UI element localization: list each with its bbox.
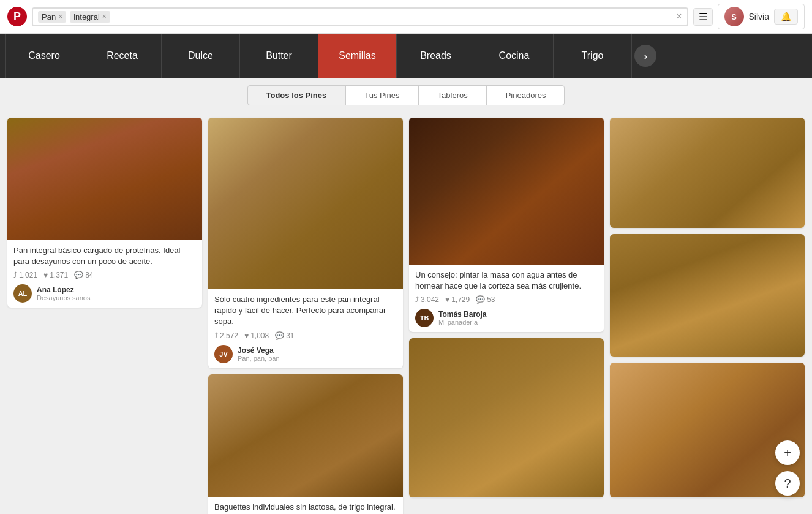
tab-tus-pines[interactable]: Tus Pines	[345, 85, 418, 105]
category-cocina[interactable]: Cocina	[475, 34, 554, 78]
repin-icon: ⤴	[415, 295, 419, 304]
category-trigo[interactable]: Trigo	[554, 34, 632, 78]
pin-user-avatar: JV	[214, 345, 233, 363]
pin-repin-stat: ⤴ 3,042	[415, 295, 439, 304]
tab-todos-label: Todos los Pines	[266, 91, 327, 100]
category-breads-label: Breads	[420, 50, 451, 61]
repin-count: 2,572	[220, 331, 238, 340]
tab-pineadores[interactable]: Pineadores	[487, 85, 565, 105]
pin-image[interactable]	[610, 234, 805, 357]
pin-image[interactable]	[610, 118, 805, 228]
tag-pan-close[interactable]: ×	[58, 13, 62, 20]
pin-comment-stat: 💬 53	[476, 295, 495, 304]
comment-icon: 💬	[74, 271, 83, 279]
pin-description: Pan integral básico cargado de proteínas…	[13, 245, 196, 267]
pin-card	[610, 234, 805, 357]
pin-comment-stat: 💬 84	[74, 271, 93, 279]
heart-icon: ♥	[445, 295, 449, 304]
notification-button[interactable]: 🔔	[774, 9, 798, 25]
pin-user-board: Pan, pan, pan	[238, 355, 280, 362]
pin-comment-stat: 💬 31	[275, 331, 294, 340]
pin-description: Un consejo: pintar la masa con agua ante…	[415, 270, 598, 292]
tag-integral-close[interactable]: ×	[102, 13, 107, 20]
fab-help[interactable]: ?	[775, 471, 800, 496]
repin-count: 1,021	[19, 271, 37, 279]
search-options-button[interactable]: ☰	[693, 8, 713, 26]
pin-image[interactable]	[7, 118, 202, 240]
help-icon: ?	[784, 477, 791, 491]
pin-image[interactable]	[208, 118, 403, 289]
pin-image[interactable]	[409, 338, 604, 497]
user-area[interactable]: S Silvia 🔔	[718, 4, 805, 29]
tag-integral-label: integral	[73, 12, 100, 21]
user-name: Silvia	[749, 12, 769, 21]
pin-body: Sólo cuatro ingredientes para este pan i…	[208, 289, 403, 368]
category-nav-next[interactable]: ›	[634, 45, 656, 67]
category-dulce[interactable]: Dulce	[162, 34, 240, 78]
category-semillas[interactable]: Semillas	[318, 34, 397, 78]
category-receta[interactable]: Receta	[83, 34, 162, 78]
tag-pan-label: Pan	[42, 12, 56, 21]
comment-count: 53	[487, 295, 495, 304]
avatar-initials: S	[731, 12, 737, 21]
category-semillas-label: Semillas	[339, 50, 375, 61]
add-icon: +	[784, 446, 791, 460]
like-count: 1,371	[50, 271, 68, 279]
pinterest-logo[interactable]: P	[7, 7, 27, 26]
options-icon: ☰	[699, 11, 707, 23]
tab-todos-pines[interactable]: Todos los Pines	[247, 85, 346, 105]
category-casero[interactable]: Casero	[5, 34, 83, 78]
pin-card: Baguettes individuales sin lactosa, de t…	[208, 374, 403, 514]
heart-icon: ♥	[244, 331, 249, 340]
pin-like-stat: ♥ 1,729	[445, 295, 470, 304]
category-nav: Casero Receta Dulce Butter Semillas Brea…	[0, 34, 812, 78]
pin-card	[409, 338, 604, 497]
comment-count: 84	[85, 271, 93, 279]
pin-like-stat: ♥ 1,008	[244, 331, 269, 340]
category-receta-label: Receta	[107, 50, 138, 61]
pin-description: Sólo cuatro ingredientes para este pan i…	[214, 294, 397, 328]
pin-user[interactable]: AL Ana López Desayunos sanos	[13, 284, 196, 303]
pin-like-stat: ♥ 1,371	[43, 271, 68, 279]
pin-user-avatar: AL	[13, 284, 32, 303]
pin-body: Un consejo: pintar la masa con agua ante…	[409, 265, 604, 332]
pin-card: Un consejo: pintar la masa con agua ante…	[409, 118, 604, 332]
repin-icon: ⤴	[214, 331, 218, 340]
tab-tableros-label: Tableros	[438, 91, 468, 100]
category-breads[interactable]: Breads	[397, 34, 475, 78]
pin-user-info: Ana López Desayunos sanos	[37, 285, 90, 301]
search-bar: Pan × integral × ×	[32, 7, 688, 26]
tab-tus-label: Tus Pines	[364, 91, 399, 100]
pin-description: Baguettes individuales sin lactosa, de t…	[214, 502, 397, 513]
repin-icon: ⤴	[13, 271, 17, 279]
topbar: P Pan × integral × × ☰ S Silvia 🔔	[0, 0, 812, 34]
heart-icon: ♥	[43, 271, 48, 279]
pin-card: Pan integral básico cargado de proteínas…	[7, 118, 202, 308]
pin-body: Baguettes individuales sin lactosa, de t…	[208, 497, 403, 514]
pin-user-info: José Vega Pan, pan, pan	[238, 346, 280, 362]
like-count: 1,729	[451, 295, 470, 304]
comment-count: 31	[286, 331, 294, 340]
category-casero-label: Casero	[28, 50, 60, 61]
pin-user-avatar: TB	[415, 309, 434, 327]
fab-add[interactable]: +	[775, 440, 800, 465]
pin-repin-stat: ⤴ 1,021	[13, 271, 37, 279]
pin-grid: Pan integral básico cargado de proteínas…	[0, 113, 812, 514]
pin-stats: ⤴ 2,572 ♥ 1,008 💬 31	[214, 331, 397, 340]
pin-user[interactable]: JV José Vega Pan, pan, pan	[214, 345, 397, 363]
pin-image[interactable]	[409, 118, 604, 265]
repin-count: 3,042	[421, 295, 439, 304]
notification-icon: 🔔	[781, 12, 791, 21]
tab-tableros[interactable]: Tableros	[419, 85, 487, 105]
pin-user-board: Mi panadería	[438, 319, 486, 326]
pin-user[interactable]: TB Tomás Baroja Mi panadería	[415, 309, 598, 327]
pin-image[interactable]	[208, 374, 403, 497]
category-butter[interactable]: Butter	[240, 34, 318, 78]
pin-stats: ⤴ 1,021 ♥ 1,371 💬 84	[13, 271, 196, 279]
pin-user-name: Ana López	[37, 285, 90, 294]
like-count: 1,008	[250, 331, 269, 340]
search-clear-button[interactable]: ×	[676, 11, 682, 22]
pin-user-board: Desayunos sanos	[37, 294, 90, 301]
pinterest-p-icon: P	[13, 10, 21, 23]
fab-container: + ?	[775, 440, 800, 496]
